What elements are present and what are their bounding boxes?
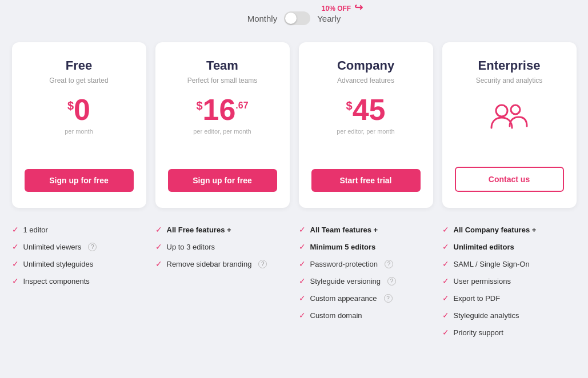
list-item: ✓ All Free features +: [155, 225, 290, 234]
team-price-period: per editor, per month: [193, 128, 251, 135]
pricing-cards: Free Great to get started $ 0 per month …: [11, 42, 577, 208]
check-icon: ✓: [442, 225, 449, 234]
team-price-amount: 16: [203, 95, 236, 124]
check-icon: ✓: [442, 328, 449, 337]
feature-label: Remove sidebar branding: [167, 260, 252, 268]
list-item: ✓ Inspect components: [12, 276, 146, 285]
check-icon: ✓: [442, 276, 449, 285]
help-icon[interactable]: ?: [387, 277, 396, 285]
list-item: ✓ Custom domain: [299, 311, 433, 320]
free-plan-title: Free: [66, 58, 92, 73]
discount-badge: 10% OFF ↩: [322, 1, 363, 14]
help-icon[interactable]: ?: [385, 260, 393, 268]
list-item: ✓ Styleguide versioning ?: [299, 276, 433, 285]
check-icon: ✓: [155, 259, 162, 268]
team-price-dollar: $: [196, 99, 202, 112]
check-icon: ✓: [299, 225, 306, 234]
company-plan-subtitle: Advanced features: [337, 77, 394, 85]
list-item: ✓ Remove sidebar branding ?: [155, 259, 290, 268]
team-signup-button[interactable]: Sign up for free: [168, 169, 277, 192]
feature-label: Styleguide analytics: [454, 311, 519, 320]
free-plan-subtitle: Great to get started: [49, 77, 108, 85]
monthly-label: Monthly: [247, 14, 278, 23]
feature-label: Priority support: [454, 328, 503, 337]
check-icon: ✓: [442, 242, 449, 251]
team-plan-subtitle: Perfect for small teams: [187, 77, 258, 85]
check-icon: ✓: [442, 293, 449, 303]
check-icon: ✓: [299, 311, 306, 320]
features-section: ✓ 1 editor ✓ Unlimited viewers ? ✓ Unlim…: [11, 225, 577, 345]
feature-label: Inspect components: [23, 277, 90, 285]
list-item: ✓ 1 editor: [12, 225, 146, 234]
team-plan-title: Team: [206, 58, 238, 73]
svg-point-1: [511, 105, 520, 114]
toggle-knob: [285, 13, 297, 24]
check-icon: ✓: [299, 293, 306, 303]
feature-label: Unlimited editors: [454, 243, 514, 251]
company-price-amount: 45: [353, 95, 386, 124]
list-item: ✓ All Company features +: [442, 225, 577, 234]
discount-arrow-icon: ↩: [354, 1, 363, 14]
help-icon[interactable]: ?: [258, 260, 267, 268]
check-icon: ✓: [12, 225, 19, 234]
check-icon: ✓: [12, 242, 19, 251]
free-price-amount: 0: [74, 95, 90, 124]
feature-label: 1 editor: [23, 226, 48, 234]
free-price-block: $ 0: [67, 95, 90, 124]
free-features: ✓ 1 editor ✓ Unlimited viewers ? ✓ Unlim…: [12, 225, 146, 345]
feature-label: Custom domain: [310, 311, 362, 320]
list-item: ✓ Password-protection ?: [299, 259, 433, 268]
company-plan-card: Company Advanced features $ 45 per edito…: [299, 42, 433, 208]
billing-toggle-section: Monthly Yearly 10% OFF ↩: [11, 11, 577, 25]
list-item: ✓ SAML / Single Sign-On: [442, 259, 577, 268]
feature-label: Custom appearance: [310, 294, 377, 303]
feature-label: Unlimited styleguides: [23, 260, 94, 268]
billing-toggle[interactable]: [284, 11, 310, 25]
free-price-dollar: $: [67, 99, 74, 112]
feature-label: Minimum 5 editors: [310, 243, 376, 251]
list-item: ✓ Unlimited styleguides: [12, 259, 146, 268]
enterprise-features: ✓ All Company features + ✓ Unlimited edi…: [442, 225, 577, 345]
check-icon: ✓: [155, 242, 162, 251]
company-features: ✓ All Team features + ✓ Minimum 5 editor…: [299, 225, 433, 345]
free-price-period: per month: [65, 128, 93, 135]
company-price-period: per editor, per month: [337, 128, 395, 135]
help-icon[interactable]: ?: [88, 243, 97, 251]
list-item: ✓ Unlimited viewers ?: [12, 242, 146, 251]
help-icon[interactable]: ?: [384, 294, 393, 303]
yearly-label: Yearly: [317, 14, 341, 23]
company-price-block: $ 45: [346, 95, 386, 124]
check-icon: ✓: [299, 242, 306, 251]
check-icon: ✓: [299, 276, 306, 285]
enterprise-plan-subtitle: Security and analytics: [476, 77, 543, 85]
feature-label: SAML / Single Sign-On: [454, 260, 530, 268]
feature-label: Password-protection: [310, 260, 378, 268]
list-item: ✓ Unlimited editors: [442, 242, 577, 251]
free-signup-button[interactable]: Sign up for free: [25, 169, 134, 192]
company-trial-button[interactable]: Start free trial: [311, 169, 421, 192]
feature-label: Unlimited viewers: [23, 243, 82, 251]
svg-point-0: [496, 105, 507, 116]
feature-label: All Team features +: [310, 226, 378, 234]
enterprise-contact-button[interactable]: Contact us: [455, 167, 564, 192]
team-plan-card: Team Perfect for small teams $ 16 .67 pe…: [155, 42, 290, 208]
list-item: ✓ Priority support: [442, 328, 577, 337]
team-price-block: $ 16 .67: [196, 95, 248, 124]
team-features: ✓ All Free features + ✓ Up to 3 editors …: [155, 225, 290, 345]
list-item: ✓ Export to PDF: [442, 293, 577, 303]
feature-label: User permissions: [454, 277, 511, 285]
list-item: ✓ Minimum 5 editors: [299, 242, 433, 251]
check-icon: ✓: [12, 259, 19, 268]
company-plan-title: Company: [337, 58, 394, 73]
list-item: ✓ Custom appearance ?: [299, 293, 433, 303]
enterprise-team-icon: [489, 100, 529, 136]
feature-label: Up to 3 editors: [167, 243, 215, 251]
company-price-dollar: $: [346, 99, 353, 112]
check-icon: ✓: [442, 259, 449, 268]
free-plan-card: Free Great to get started $ 0 per month …: [12, 42, 146, 208]
feature-label: Export to PDF: [454, 294, 501, 303]
list-item: ✓ Styleguide analytics: [442, 311, 577, 320]
list-item: ✓ Up to 3 editors: [155, 242, 290, 251]
check-icon: ✓: [12, 276, 19, 285]
check-icon: ✓: [442, 311, 449, 320]
